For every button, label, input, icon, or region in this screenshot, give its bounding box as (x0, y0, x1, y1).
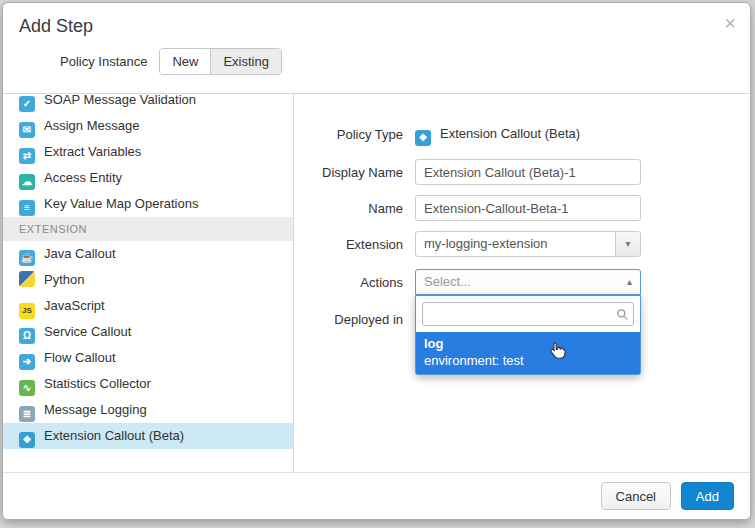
policy-instance-toggle: New Existing (159, 48, 282, 75)
option-name: log (424, 335, 632, 352)
sidebar-item-label: Extension Callout (Beta) (44, 428, 184, 443)
actions-label: Actions (294, 275, 403, 290)
sidebar-item-label: Key Value Map Operations (44, 196, 198, 211)
add-button[interactable]: Add (681, 482, 734, 510)
policy-form: Policy Type ❖Extension Callout (Beta) Di… (294, 94, 750, 473)
sidebar-item-flow-callout[interactable]: ➔Flow Callout (3, 345, 293, 371)
extension-row: Extension my-logging-extension ▾ (294, 231, 750, 257)
statistics-collector-icon: ∿ (19, 380, 35, 396)
close-icon[interactable]: × (724, 13, 736, 33)
display-name-input[interactable] (415, 159, 641, 185)
sidebar-item-python[interactable]: Python (3, 267, 293, 293)
modal-header: Add Step × (3, 3, 750, 43)
extension-callout-icon: ❖ (19, 432, 35, 448)
sidebar-item-extract-variables[interactable]: ⇄Extract Variables (3, 139, 293, 165)
extension-select-value: my-logging-extension (416, 232, 640, 256)
name-label: Name (294, 201, 403, 216)
flow-callout-icon: ➔ (19, 354, 35, 370)
dropdown-search (422, 302, 634, 326)
extension-label: Extension (294, 237, 403, 252)
sidebar-item-label: SOAP Message Validation (44, 94, 196, 107)
python-icon (19, 271, 35, 287)
search-icon (616, 307, 629, 325)
policy-instance-row: Policy Instance New Existing (3, 43, 750, 79)
policy-type-icon: ❖ (415, 130, 431, 146)
actions-select[interactable]: Select... ▴ (415, 269, 641, 295)
modal-content: ✓SOAP Message Validation ✉Assign Message… (3, 93, 750, 473)
service-callout-icon: Ω (19, 328, 35, 344)
sidebar-item-assign-message[interactable]: ✉Assign Message (3, 113, 293, 139)
policy-instance-existing-button[interactable]: Existing (210, 49, 281, 74)
sidebar-item-label: Message Logging (44, 402, 147, 417)
actions-dropdown-panel: log environment: test (415, 295, 641, 375)
sidebar-item-label: Service Callout (44, 324, 131, 339)
assign-message-icon: ✉ (19, 122, 35, 138)
message-logging-icon: ≣ (19, 406, 35, 422)
key-value-map-icon: ≡ (19, 200, 35, 216)
dropdown-search-input[interactable] (422, 302, 634, 326)
sidebar-item-extension-callout-beta[interactable]: ❖Extension Callout (Beta) (3, 423, 293, 449)
extension-section-header: EXTENSION (3, 217, 293, 241)
sidebar-item-label: JavaScript (44, 298, 105, 313)
name-row: Name (294, 195, 750, 221)
sidebar-item-label: Extract Variables (44, 144, 141, 159)
extract-variables-icon: ⇄ (19, 148, 35, 164)
actions-select-placeholder: Select... (416, 270, 640, 294)
sidebar-item-label: Access Entity (44, 170, 122, 185)
javascript-icon: JS (19, 303, 35, 319)
sidebar-item-statistics-collector[interactable]: ∿Statistics Collector (3, 371, 293, 397)
sidebar-item-javascript[interactable]: JSJavaScript (3, 293, 293, 319)
deployed-in-label: Deployed in (294, 312, 403, 327)
sidebar-item-java-callout[interactable]: ☕Java Callout (3, 241, 293, 267)
chevron-down-icon: ▾ (615, 232, 640, 256)
sidebar-item-label: Python (44, 272, 84, 287)
policy-type-text: Extension Callout (Beta) (440, 126, 580, 141)
actions-row: Actions Select... ▴ (294, 269, 750, 295)
sidebar-item-label: Java Callout (44, 246, 116, 261)
sidebar-item-label: Flow Callout (44, 350, 116, 365)
sidebar-item-access-entity[interactable]: ☁Access Entity (3, 165, 293, 191)
policy-type-label: Policy Type (294, 127, 403, 142)
option-detail: environment: test (424, 352, 632, 369)
sidebar-item-soap-message-validation[interactable]: ✓SOAP Message Validation (3, 94, 293, 113)
policy-instance-label: Policy Instance (60, 54, 147, 69)
extension-select[interactable]: my-logging-extension ▾ (415, 231, 641, 257)
policy-instance-new-button[interactable]: New (160, 49, 210, 74)
sidebar-item-message-logging[interactable]: ≣Message Logging (3, 397, 293, 423)
add-step-modal: Add Step × Policy Instance New Existing … (2, 2, 751, 520)
sidebar-item-service-callout[interactable]: ΩService Callout (3, 319, 293, 345)
policy-type-value: ❖Extension Callout (Beta) (415, 126, 580, 146)
cancel-button[interactable]: Cancel (601, 482, 671, 510)
sidebar-item-label: Statistics Collector (44, 376, 151, 391)
modal-title: Add Step (19, 16, 734, 37)
display-name-row: Display Name (294, 159, 750, 185)
policy-list: ✓SOAP Message Validation ✉Assign Message… (3, 94, 294, 473)
sidebar-item-key-value-map-operations[interactable]: ≡Key Value Map Operations (3, 191, 293, 217)
java-callout-icon: ☕ (19, 250, 35, 266)
display-name-label: Display Name (294, 165, 403, 180)
soap-validation-icon: ✓ (19, 96, 35, 112)
policy-type-row: Policy Type ❖Extension Callout (Beta) (294, 121, 750, 147)
access-entity-icon: ☁ (19, 174, 35, 190)
actions-option-log[interactable]: log environment: test (416, 332, 640, 374)
chevron-up-icon: ▴ (627, 270, 632, 294)
name-input[interactable] (415, 195, 641, 221)
modal-footer: Cancel Add (3, 472, 750, 519)
sidebar-item-label: Assign Message (44, 118, 139, 133)
